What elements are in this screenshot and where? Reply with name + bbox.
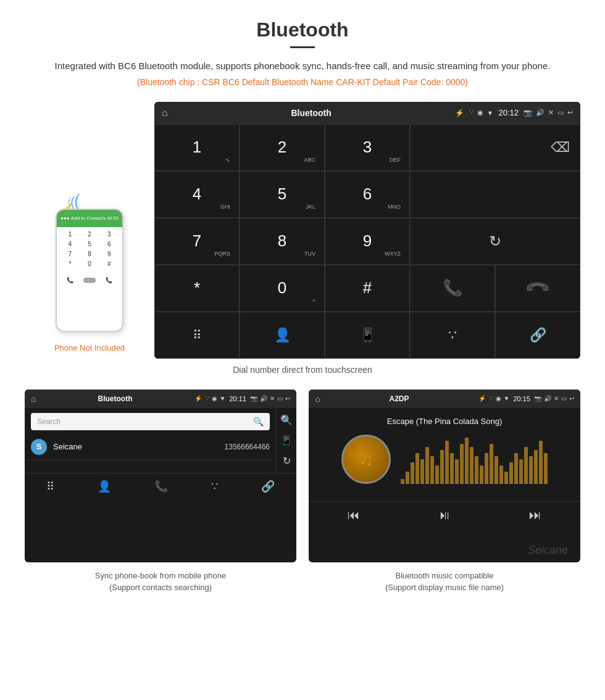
pb-bottom-keypad-icon[interactable]: ⠿ — [46, 480, 54, 493]
pb-bottom-bt-icon[interactable]: ∵ — [211, 480, 218, 493]
music-caption-text2: (Support display music file name) — [385, 583, 504, 592]
dial-refresh-button[interactable]: ↻ — [410, 218, 580, 265]
location-icon: ◉ — [477, 109, 483, 117]
music-body: Escape (The Pina Colada Song) ♫ — [309, 408, 580, 501]
dial-key-4[interactable]: 4 GHI — [154, 171, 240, 218]
vis-bar — [524, 447, 528, 484]
topbar-right-icons: 📷 🔊 ✕ ▭ ↩ — [524, 109, 573, 117]
dial-key-6[interactable]: 6 MNO — [325, 171, 410, 218]
dial-display-backspace[interactable]: ⌫ — [410, 124, 580, 171]
dial-key-7[interactable]: 7 PQRS — [154, 218, 240, 265]
music-topbar: ⌂ A2DP ⚡ ∵ ◉ ▼ 20:15 📷 🔊 ✕ ▭ ↩ — [309, 390, 580, 408]
play-pause-icon[interactable]: ⏯ — [438, 508, 451, 522]
pb-time: 20:11 — [229, 395, 246, 402]
phonebook-caption-text: Sync phone-book from mobile phone — [95, 571, 226, 580]
dial-caption: Dial number direct from touchscreen — [25, 365, 580, 375]
dial-grid: 1 ∿ 2 ABC 3 DEF ⌫ 4 GHI 5 JKL — [154, 124, 580, 359]
vis-bar — [539, 441, 543, 484]
vis-bar — [509, 462, 513, 484]
dial-contacts-button[interactable]: 👤 — [240, 312, 325, 359]
bottom-area: ⌂ Bluetooth ⚡ ∵ ◉ ▼ 20:11 📷 🔊 ✕ ▭ ↩ — [25, 390, 580, 594]
dial-key-9[interactable]: 9 WXYZ — [325, 218, 410, 265]
dial-phone2-button[interactable]: 📱 — [325, 312, 410, 359]
dial-screen: ⌂ Bluetooth ⚡ ∵ ◉ ▼ 20:12 📷 🔊 ✕ ▭ ↩ 1 ∿ — [154, 102, 580, 359]
keypad-icon: ⠿ — [193, 328, 202, 343]
pb-bottom-phone-icon[interactable]: 📞 — [154, 480, 168, 493]
pb-usb-icon: ⚡ — [194, 395, 202, 402]
next-track-icon[interactable]: ⏭ — [529, 508, 541, 522]
wifi-icon: ▼ — [487, 109, 494, 117]
vis-bar — [514, 453, 518, 484]
dial-screen-topbar: ⌂ Bluetooth ⚡ ∵ ◉ ▼ 20:12 📷 🔊 ✕ ▭ ↩ — [154, 102, 580, 124]
pb-side-refresh-icon[interactable]: ↻ — [283, 455, 291, 467]
dial-bt-button[interactable]: ∵ — [410, 312, 495, 359]
music-caption: Bluetooth music compatible (Support disp… — [309, 570, 580, 594]
seicane-watermark: Seicane — [528, 544, 568, 557]
pb-contact-number: 13566664466 — [225, 443, 270, 451]
camera-icon[interactable]: 📷 — [524, 109, 532, 117]
dial-key-star[interactable]: * — [154, 265, 240, 312]
dial-key-8[interactable]: 8 TUV — [240, 218, 325, 265]
dial-key-hash[interactable]: # — [325, 265, 410, 312]
pb-bottom-bar: ⠿ 👤 📞 ∵ 🔗 — [25, 473, 296, 500]
dial-key-2[interactable]: 2 ABC — [240, 124, 325, 171]
vis-bar — [519, 459, 523, 484]
pb-back-icon[interactable]: ↩ — [285, 395, 290, 402]
phone2-icon: 📱 — [359, 327, 376, 343]
music-home-icon[interactable]: ⌂ — [315, 394, 320, 404]
vis-bar — [435, 465, 439, 484]
pb-vol-icon[interactable]: 🔊 — [260, 395, 267, 402]
pb-cam-icon[interactable]: 📷 — [250, 395, 257, 402]
vis-bar — [465, 438, 469, 484]
main-dial-area: ⚡ ( ( ( ●●● Add to Contacts M:20 1 2 3 4 — [25, 102, 580, 359]
phonebook-caption: Sync phone-book from mobile phone (Suppo… — [25, 570, 296, 594]
pb-bottom-link-icon[interactable]: 🔗 — [261, 480, 275, 493]
dial-empty-2 — [410, 171, 580, 218]
pb-bottom-user-icon[interactable]: 👤 — [98, 480, 111, 493]
pb-search-bar[interactable]: Search 🔍 — [31, 413, 270, 430]
dial-key-5[interactable]: 5 JKL — [240, 171, 325, 218]
dial-key-0[interactable]: 0 + — [240, 265, 325, 312]
dial-key-1[interactable]: 1 ∿ — [154, 124, 240, 171]
phonebook-caption-text2: (Support contacts searching) — [109, 583, 212, 592]
back-icon[interactable]: ↩ — [567, 109, 573, 117]
music-vol-icon[interactable]: 🔊 — [544, 395, 551, 402]
vis-bar — [420, 459, 424, 484]
home-icon[interactable]: ⌂ — [162, 107, 168, 119]
pb-status-icons: ∵ ◉ ▼ — [206, 395, 226, 402]
dial-call-button[interactable]: 📞 — [410, 265, 495, 312]
album-art: ♫ — [341, 435, 391, 484]
pb-win-icon[interactable]: ▭ — [277, 395, 283, 402]
pb-side-phone-icon[interactable]: 📱 — [280, 435, 293, 446]
pb-loc-icon: ◉ — [212, 395, 217, 402]
contacts-icon: 👤 — [274, 327, 291, 343]
pb-home-icon[interactable]: ⌂ — [31, 394, 36, 404]
music-caption-text: Bluetooth music compatible — [396, 571, 494, 580]
vis-bar — [490, 444, 493, 484]
pb-screen-title: Bluetooth — [40, 394, 190, 403]
music-cam-icon[interactable]: 📷 — [534, 395, 541, 402]
window-icon[interactable]: ▭ — [557, 109, 564, 117]
vis-bar — [470, 447, 474, 484]
music-win-icon[interactable]: ▭ — [561, 395, 567, 402]
pb-x-icon[interactable]: ✕ — [270, 395, 275, 402]
usb-icon: ⚡ — [455, 109, 464, 117]
vis-bar — [425, 447, 429, 484]
dial-end-button[interactable]: 📞 — [495, 265, 580, 312]
dial-keypad-button[interactable]: ⠿ — [154, 312, 240, 359]
pb-side-search-icon[interactable]: 🔍 — [280, 414, 293, 426]
pb-search-icon[interactable]: 🔍 — [253, 417, 264, 427]
pb-contact-row[interactable]: S Seicane 13566664466 — [25, 434, 276, 460]
music-x-icon[interactable]: ✕ — [554, 395, 559, 402]
pb-side-actions: 🔍 📱 ↻ — [276, 408, 296, 473]
link-icon: 🔗 — [530, 327, 546, 343]
music-back-icon[interactable]: ↩ — [569, 395, 574, 402]
pb-contact-name: Seicane — [53, 442, 225, 451]
phone-screen-dialpad: 1 2 3 4 5 6 7 8 9 * 0 # — [57, 227, 122, 271]
volume-icon[interactable]: 🔊 — [536, 109, 544, 117]
dial-key-3[interactable]: 3 DEF — [325, 124, 410, 171]
music-usb-icon: ⚡ — [478, 395, 486, 402]
prev-track-icon[interactable]: ⏮ — [348, 508, 360, 522]
close-icon[interactable]: ✕ — [548, 109, 554, 117]
dial-link-button[interactable]: 🔗 — [495, 312, 580, 359]
